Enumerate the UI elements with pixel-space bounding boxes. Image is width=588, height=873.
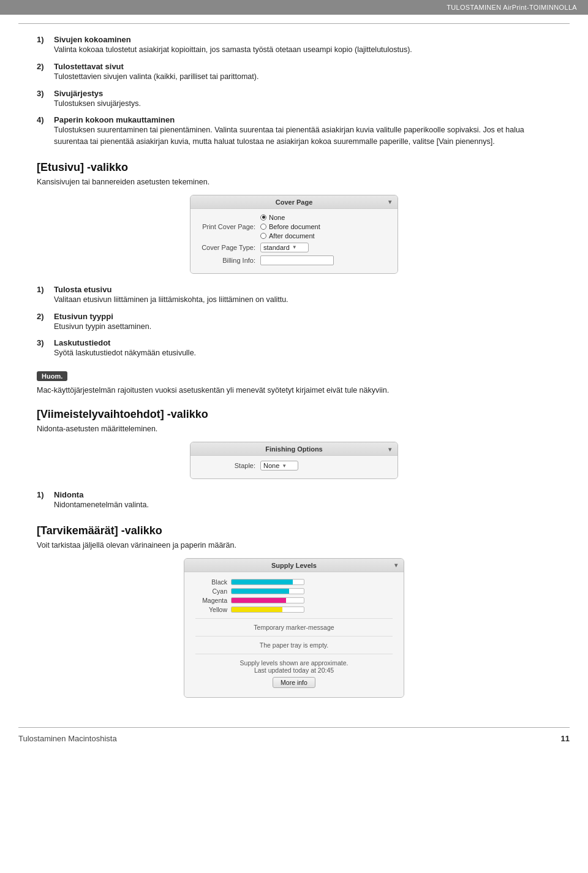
list-number-1: 1) — [37, 35, 54, 44]
huom-badge: Huom. — [37, 371, 67, 381]
etusivu-content-3: Laskutustiedot Syötä laskutustiedot näky… — [54, 338, 551, 359]
finishing-options-dialog: Finishing Options ▾ Staple: None ▼ — [190, 442, 398, 479]
supply-label-yellow: Yellow — [195, 606, 227, 613]
etusivu-num-1: 1) — [37, 285, 54, 294]
more-info-button[interactable]: More info — [273, 677, 315, 688]
etusivu-item-3: 3) Laskutustiedot Syötä laskutustiedot n… — [37, 338, 551, 359]
header-title: TULOSTAMINEN AirPrint-TOIMINNOLLA — [447, 4, 577, 11]
print-cover-page-label: Print Cover Page: — [199, 223, 260, 230]
supply-levels-title: Supply Levels — [271, 562, 317, 569]
supply-levels-dialog: Supply Levels ▾ Black Cyan Magenta — [184, 558, 404, 698]
etusivu-item-2: 2) Etusivun tyyppi Etusivun tyypin asett… — [37, 312, 551, 333]
supply-label-magenta: Magenta — [195, 597, 227, 604]
cover-page-dialog: Cover Page ▾ Print Cover Page: None Befo… — [190, 195, 398, 274]
list-content-4: Paperin kokoon mukauttaminen Tulostuksen… — [54, 115, 551, 148]
nidonta-title-1: Nidonta — [54, 490, 83, 499]
finishing-options-body: Staple: None ▼ — [190, 456, 398, 478]
radio-before-label: Before document — [269, 223, 320, 230]
print-cover-page-options: None Before document After document — [260, 214, 320, 240]
radio-after: After document — [260, 232, 320, 240]
radio-none-label: None — [269, 214, 285, 221]
etusivu-desc-2: Etusivun tyypin asettaminen. — [54, 322, 151, 331]
staple-label: Staple: — [199, 462, 260, 469]
list-number-3: 3) — [37, 89, 54, 98]
cover-page-body: Print Cover Page: None Before document A… — [190, 209, 398, 273]
etusivu-heading: [Etusivu] -valikko — [37, 161, 551, 174]
list-content-1: Sivujen kokoaminen Valinta kokoaa tulost… — [54, 35, 551, 56]
supply-levels-title-bar: Supply Levels ▾ — [184, 559, 404, 572]
footer-title: Tulostaminen Macintoshista — [18, 734, 561, 743]
etusivu-title-3: Laskutustiedot — [54, 338, 110, 347]
etusivu-content-2: Etusivun tyyppi Etusivun tyypin asettami… — [54, 312, 551, 333]
list-desc-4: Tulostuksen suurentaminen tai pienentämi… — [54, 126, 524, 146]
cover-page-select-arrow: ▼ — [292, 244, 297, 250]
supply-bar-cyan: Cyan — [195, 588, 393, 595]
list-number-4: 4) — [37, 115, 54, 124]
nidonta-num-1: 1) — [37, 490, 54, 499]
supply-levels-dropdown-arrow-icon: ▾ — [394, 562, 398, 569]
list-title-1: Sivujen kokoaminen — [54, 35, 131, 44]
supply-track-yellow — [231, 607, 304, 613]
supply-fill-cyan — [232, 589, 289, 594]
billing-info-input[interactable] — [260, 255, 334, 265]
supply-label-cyan: Cyan — [195, 588, 227, 595]
supply-marker-text: Temporary marker-message — [195, 624, 393, 631]
nidonta-list: 1) Nidonta Nidontamenetelmän valinta. — [37, 490, 551, 511]
cover-page-type-value: standard — [263, 244, 290, 251]
radio-before-circle — [260, 224, 266, 230]
list-item-4: 4) Paperin kokoon mukauttaminen Tulostuk… — [37, 115, 551, 148]
staple-select-arrow: ▼ — [282, 463, 287, 469]
dropdown-arrow-icon: ▾ — [388, 198, 391, 205]
list-title-3: Sivujärjestys — [54, 89, 103, 98]
list-item-2: 2) Tulostettavat sivut Tulostettavien si… — [37, 62, 551, 83]
etusivu-item-1: 1) Tulosta etusivu Valitaan etusivun lii… — [37, 285, 551, 306]
etusivu-num-3: 3) — [37, 338, 54, 347]
etusivu-intro: Kansisivujen tai bannereiden asetusten t… — [37, 178, 551, 186]
etusivu-desc-1: Valitaan etusivun liittäminen ja liittäm… — [54, 295, 288, 304]
supply-fill-magenta — [232, 598, 286, 603]
cover-page-type-row: Cover Page Type: standard ▼ — [199, 243, 389, 252]
list-desc-1: Valinta kokoaa tulostetut asiakirjat kop… — [54, 45, 412, 54]
supply-separator-3 — [195, 654, 393, 654]
supply-track-black — [231, 579, 304, 585]
cover-page-title: Cover Page — [276, 198, 313, 206]
radio-after-label: After document — [269, 232, 315, 240]
cover-page-type-label: Cover Page Type: — [199, 244, 260, 251]
list-desc-2: Tulostettavien sivujen valinta (kaikki, … — [54, 72, 258, 81]
page-header: TULOSTAMINEN AirPrint-TOIMINNOLLA — [0, 0, 588, 15]
staple-value: None — [263, 462, 279, 469]
tarvikemaarat-heading: [Tarvikemäärät] -valikko — [37, 524, 551, 537]
billing-info-label: Billing Info: — [199, 257, 260, 264]
page-footer: Tulostaminen Macintoshista 11 — [0, 728, 588, 749]
finishing-dropdown-arrow-icon: ▾ — [388, 446, 391, 453]
print-cover-page-row: Print Cover Page: None Before document A… — [199, 214, 389, 240]
supply-bar-yellow: Yellow — [195, 606, 393, 613]
cover-page-type-select[interactable]: standard ▼ — [260, 243, 309, 252]
nidonta-item-1: 1) Nidonta Nidontamenetelmän valinta. — [37, 490, 551, 511]
footer-page-number: 11 — [561, 734, 570, 743]
viimeistelyvalikko-heading: [Viimeistelyvaihto­ehdot] -valikko — [37, 408, 551, 421]
nidonta-desc-1: Nidontamenetelmän valinta. — [54, 501, 149, 509]
staple-row: Staple: None ▼ — [199, 461, 389, 471]
main-list: 1) Sivujen kokoaminen Valinta kokoaa tul… — [37, 35, 551, 148]
supply-bar-black: Black — [195, 578, 393, 586]
nidonta-content-1: Nidonta Nidontamenetelmän valinta. — [54, 490, 551, 511]
supply-fill-yellow — [232, 607, 282, 612]
tarvikemaarat-intro: Voit tarkistaa jäljellä olevan värinaine… — [37, 541, 551, 550]
etusivu-title-2: Etusivun tyyppi — [54, 312, 113, 321]
list-item-1: 1) Sivujen kokoaminen Valinta kokoaa tul… — [37, 35, 551, 56]
etusivu-list: 1) Tulosta etusivu Valitaan etusivun lii… — [37, 285, 551, 359]
billing-info-row: Billing Info: — [199, 255, 389, 265]
cover-page-title-bar: Cover Page ▾ — [190, 195, 398, 209]
radio-none-circle — [260, 214, 266, 221]
staple-select[interactable]: None ▼ — [260, 461, 298, 471]
list-desc-3: Tulostuksen sivujärjestys. — [54, 99, 141, 108]
list-content-3: Sivujärjestys Tulostuksen sivujärjestys. — [54, 89, 551, 110]
supply-label-black: Black — [195, 578, 227, 586]
radio-none: None — [260, 214, 320, 221]
huom-text: Mac-käyttöjärjestelmän rajoitusten vuoks… — [37, 386, 551, 395]
supply-bar-magenta: Magenta — [195, 597, 393, 604]
finishing-options-title: Finishing Options — [265, 445, 323, 453]
main-content: 1) Sivujen kokoaminen Valinta kokoaa tul… — [0, 24, 588, 727]
supply-separator-2 — [195, 636, 393, 637]
